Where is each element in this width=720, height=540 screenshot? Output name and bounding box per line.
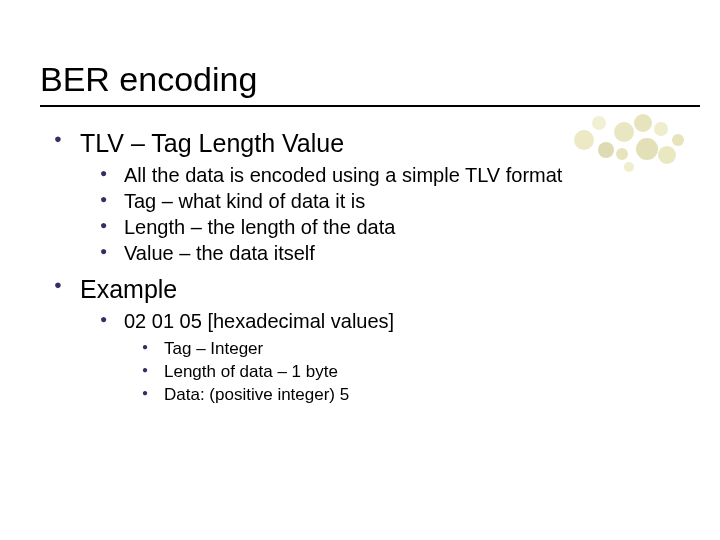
list-item-text: Length – the length of the data	[124, 216, 395, 238]
list-item-text: Tag – what kind of data it is	[124, 190, 365, 212]
sub-list: 02 01 05 [hexadecimal values] Tag – Inte…	[80, 310, 680, 405]
list-item: Length – the length of the data	[80, 216, 680, 239]
list-item: 02 01 05 [hexadecimal values] Tag – Inte…	[80, 310, 680, 405]
bullet-list: TLV – Tag Length Value All the data is e…	[40, 129, 680, 405]
slide: BER encoding TLV – Tag Length Value All …	[0, 0, 720, 540]
list-item: Value – the data itself	[80, 242, 680, 265]
list-item: Example 02 01 05 [hexadecimal values] Ta…	[40, 275, 680, 405]
slide-title: BER encoding	[40, 60, 680, 99]
list-item-text: All the data is encoded using a simple T…	[124, 164, 562, 186]
list-item: Tag – what kind of data it is	[80, 190, 680, 213]
sub-list: All the data is encoded using a simple T…	[80, 164, 680, 265]
list-item-text: Tag – Integer	[164, 339, 263, 358]
list-item-text: Data: (positive integer) 5	[164, 385, 349, 404]
list-item: Length of data – 1 byte	[124, 362, 680, 382]
list-item-text: TLV – Tag Length Value	[80, 129, 344, 157]
list-item-text: 02 01 05 [hexadecimal values]	[124, 310, 394, 332]
list-item-text: Value – the data itself	[124, 242, 315, 264]
list-item: Tag – Integer	[124, 339, 680, 359]
title-underline	[40, 105, 700, 107]
sub-sub-list: Tag – Integer Length of data – 1 byte Da…	[124, 339, 680, 405]
list-item-text: Length of data – 1 byte	[164, 362, 338, 381]
list-item: Data: (positive integer) 5	[124, 385, 680, 405]
list-item: TLV – Tag Length Value All the data is e…	[40, 129, 680, 265]
list-item: All the data is encoded using a simple T…	[80, 164, 680, 187]
list-item-text: Example	[80, 275, 177, 303]
